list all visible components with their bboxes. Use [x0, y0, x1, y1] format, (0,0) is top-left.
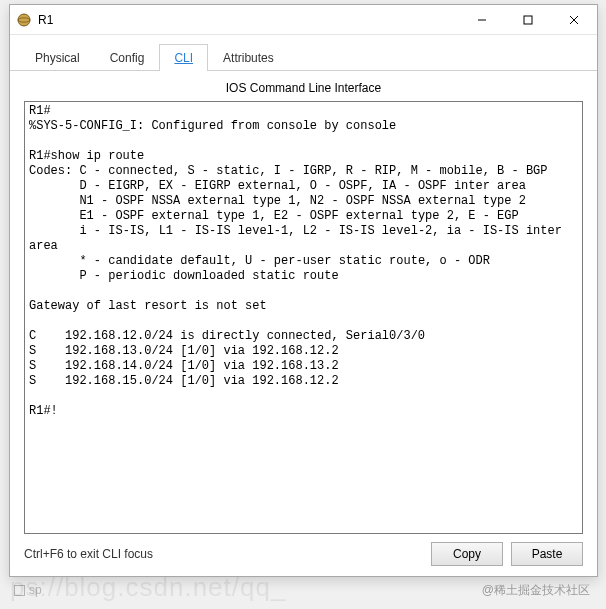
svg-point-0	[18, 14, 30, 26]
tab-content: IOS Command Line Interface R1# %SYS-5-CO…	[10, 71, 597, 576]
app-window: R1 Physical Config CLI Attributes IOS Co…	[9, 4, 598, 577]
focus-hint: Ctrl+F6 to exit CLI focus	[24, 547, 423, 561]
panel-title: IOS Command Line Interface	[24, 77, 583, 101]
corner-label: sp	[29, 583, 42, 597]
checkbox-icon	[14, 585, 25, 596]
tab-physical[interactable]: Physical	[20, 44, 95, 71]
svg-rect-3	[524, 16, 532, 24]
minimize-button[interactable]	[459, 5, 505, 35]
cli-terminal[interactable]: R1# %SYS-5-CONFIG_I: Configured from con…	[24, 101, 583, 534]
attribution-watermark: @稀土掘金技术社区	[482, 582, 590, 599]
corner-checkbox[interactable]: sp	[14, 583, 42, 597]
titlebar: R1	[10, 5, 597, 35]
tab-config[interactable]: Config	[95, 44, 160, 71]
tab-bar: Physical Config CLI Attributes	[10, 35, 597, 71]
bottom-toolbar: Ctrl+F6 to exit CLI focus Copy Paste	[24, 534, 583, 566]
maximize-button[interactable]	[505, 5, 551, 35]
router-icon	[16, 12, 32, 28]
close-button[interactable]	[551, 5, 597, 35]
copy-button[interactable]: Copy	[431, 542, 503, 566]
tab-cli[interactable]: CLI	[159, 44, 208, 71]
window-title: R1	[38, 13, 53, 27]
paste-button[interactable]: Paste	[511, 542, 583, 566]
tab-attributes[interactable]: Attributes	[208, 44, 289, 71]
